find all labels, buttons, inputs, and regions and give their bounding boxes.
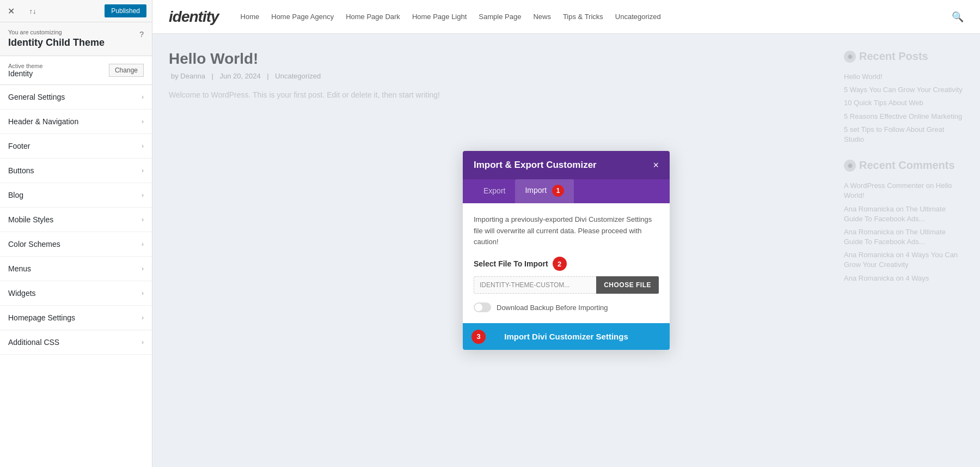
sidebar-item-additional-css[interactable]: Additional CSS › bbox=[0, 330, 152, 355]
chevron-right-icon: › bbox=[142, 142, 144, 150]
tab-export[interactable]: Export bbox=[474, 179, 515, 203]
sidebar-item-label: Homepage Settings bbox=[8, 313, 75, 322]
sidebar-item-mobile-styles[interactable]: Mobile Styles › bbox=[0, 208, 152, 232]
sidebar-item-menus[interactable]: Menus › bbox=[0, 257, 152, 281]
close-button[interactable]: ✕ bbox=[0, 0, 22, 22]
step-2-badge: 2 bbox=[553, 257, 567, 271]
sidebar-item-label: Color Schemes bbox=[8, 240, 60, 248]
nav-link-news[interactable]: News bbox=[533, 13, 551, 21]
import-export-modal: Import & Export Customizer × Export Impo… bbox=[463, 151, 670, 350]
nav-link-dark[interactable]: Home Page Dark bbox=[346, 13, 400, 21]
sidebar-item-homepage-settings[interactable]: Homepage Settings › bbox=[0, 306, 152, 330]
file-input-row: IDENTITY-THEME-CUSTOM... CHOOSE FILE bbox=[474, 276, 659, 294]
customizing-label: You are customizing bbox=[8, 29, 105, 35]
nav-link-uncategorized[interactable]: Uncategorized bbox=[615, 13, 661, 21]
sidebar-item-header-navigation[interactable]: Header & Navigation › bbox=[0, 110, 152, 134]
sidebar-item-label: General Settings bbox=[8, 93, 65, 101]
sidebar-item-label: Additional CSS bbox=[8, 338, 59, 347]
sidebar-item-widgets[interactable]: Widgets › bbox=[0, 281, 152, 306]
step-3-badge-container: 3 bbox=[471, 330, 486, 344]
main-content-area: identity Home Home Page Agency Home Page… bbox=[152, 0, 980, 467]
modal-footer: 3 Import Divi Customizer Settings bbox=[463, 323, 670, 350]
sidebar-header: ✕ ↑↓ Published bbox=[0, 0, 152, 22]
sidebar-item-label: Widgets bbox=[8, 289, 36, 298]
sidebar-item-label: Menus bbox=[8, 264, 31, 273]
site-title: identity bbox=[169, 8, 219, 26]
sidebar-theme-info: You are customizing Identity Child Theme… bbox=[0, 22, 152, 56]
search-icon[interactable]: 🔍 bbox=[952, 11, 964, 23]
sidebar-item-label: Blog bbox=[8, 191, 23, 199]
active-theme-label: Active theme bbox=[8, 63, 43, 69]
navigate-arrows-button[interactable]: ↑↓ bbox=[22, 0, 44, 22]
step-3-badge: 3 bbox=[471, 330, 486, 344]
import-button-label: Import Divi Customizer Settings bbox=[504, 332, 628, 341]
chevron-right-icon: › bbox=[142, 191, 144, 199]
file-select-text: Select File To Import bbox=[474, 259, 548, 268]
sidebar-item-general-settings[interactable]: General Settings › bbox=[0, 85, 152, 110]
modal-tabs: Export Import 1 bbox=[463, 179, 670, 203]
nav-link-light[interactable]: Home Page Light bbox=[412, 13, 467, 21]
chevron-right-icon: › bbox=[142, 167, 144, 174]
modal-close-button[interactable]: × bbox=[653, 160, 659, 170]
sidebar-item-color-schemes[interactable]: Color Schemes › bbox=[0, 232, 152, 257]
nav-links: Home Home Page Agency Home Page Dark Hom… bbox=[241, 13, 661, 21]
published-button[interactable]: Published bbox=[105, 4, 146, 17]
nav-link-sample[interactable]: Sample Page bbox=[479, 13, 521, 21]
customizer-sidebar: ✕ ↑↓ Published You are customizing Ident… bbox=[0, 0, 152, 467]
nav-link-home[interactable]: Home bbox=[241, 13, 260, 21]
content-area: Hello World! by Deanna | Jun 20, 2024 | … bbox=[152, 34, 980, 467]
customizing-theme-name: Identity Child Theme bbox=[8, 37, 105, 49]
active-theme-section: Active theme Identity Change bbox=[0, 56, 152, 85]
nav-link-tips[interactable]: Tips & Tricks bbox=[563, 13, 603, 21]
change-theme-button[interactable]: Change bbox=[109, 64, 144, 77]
file-name-display: IDENTITY-THEME-CUSTOM... bbox=[474, 276, 596, 294]
modal-overlay: Import & Export Customizer × Export Impo… bbox=[152, 34, 980, 467]
sidebar-item-label: Mobile Styles bbox=[8, 215, 53, 224]
sidebar-item-footer[interactable]: Footer › bbox=[0, 134, 152, 159]
active-theme-name: Identity bbox=[8, 69, 43, 78]
file-select-label: Select File To Import 2 bbox=[474, 257, 659, 271]
chevron-right-icon: › bbox=[142, 265, 144, 272]
help-icon[interactable]: ? bbox=[139, 30, 144, 39]
import-button[interactable]: 3 Import Divi Customizer Settings bbox=[463, 323, 670, 350]
top-navigation: identity Home Home Page Agency Home Page… bbox=[152, 0, 980, 34]
chevron-right-icon: › bbox=[142, 93, 144, 101]
chevron-right-icon: › bbox=[142, 216, 144, 223]
chevron-right-icon: › bbox=[142, 338, 144, 346]
tab-import[interactable]: Import 1 bbox=[515, 179, 574, 203]
backup-label: Download Backup Before Importing bbox=[497, 304, 608, 312]
chevron-right-icon: › bbox=[142, 314, 144, 322]
chevron-right-icon: › bbox=[142, 118, 144, 125]
modal-header: Import & Export Customizer × bbox=[463, 151, 670, 179]
sidebar-item-label: Buttons bbox=[8, 166, 34, 175]
choose-file-button[interactable]: CHOOSE FILE bbox=[596, 276, 659, 294]
nav-link-agency[interactable]: Home Page Agency bbox=[271, 13, 334, 21]
modal-body: Importing a previously-exported Divi Cus… bbox=[463, 203, 670, 312]
backup-toggle[interactable] bbox=[474, 302, 491, 312]
sidebar-item-buttons[interactable]: Buttons › bbox=[0, 159, 152, 183]
modal-title: Import & Export Customizer bbox=[474, 160, 597, 171]
sidebar-item-label: Footer bbox=[8, 142, 30, 150]
sidebar-item-label: Header & Navigation bbox=[8, 117, 78, 126]
modal-warning-text: Importing a previously-exported Divi Cus… bbox=[474, 214, 659, 248]
sidebar-item-blog[interactable]: Blog › bbox=[0, 183, 152, 208]
chevron-right-icon: › bbox=[142, 240, 144, 248]
chevron-right-icon: › bbox=[142, 289, 144, 297]
sidebar-menu: General Settings › Header & Navigation ›… bbox=[0, 85, 152, 355]
tab-badge: 1 bbox=[552, 185, 564, 197]
backup-checkbox-row: Download Backup Before Importing bbox=[474, 302, 659, 312]
